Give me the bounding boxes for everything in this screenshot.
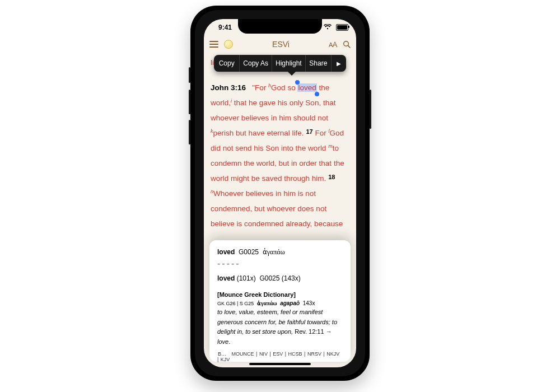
verse-text: perish but have eternal life. [213, 129, 304, 137]
home-indicator[interactable] [249, 363, 311, 365]
callout-share[interactable]: Share [306, 55, 332, 72]
divider: ----- [217, 259, 343, 269]
lexicon-codes: GK G26 | S G25 ἀγαπάω agapaō 143x [217, 300, 343, 306]
phone-frame: 9:41 [190, 6, 370, 381]
battery-icon [336, 24, 348, 31]
translation-title[interactable]: ESVi [272, 40, 290, 49]
mute-switch [189, 67, 190, 83]
callout-copy-as[interactable]: Copy As [240, 55, 272, 72]
footnote-marker[interactable]: m [328, 143, 333, 149]
callout-copy[interactable]: Copy [214, 55, 240, 72]
lookup-panel: loved G0025 ἀγαπάω ----- loved (101x) G0… [209, 240, 351, 362]
callout-more-icon[interactable]: ▶ [332, 55, 346, 72]
app-header: ESVi AA [204, 36, 356, 53]
verse-text: "For [252, 83, 268, 92]
footnote-marker[interactable]: i [231, 98, 232, 104]
search-icon[interactable] [343, 40, 351, 48]
verse-text: For [315, 129, 328, 137]
menu-icon[interactable] [209, 41, 218, 48]
verse-reference[interactable]: John 3:16 [211, 83, 246, 92]
selection-callout: Copy Copy As Highlight Share ▶ [214, 55, 346, 72]
verse-text: Whoever believes in him is not condemned… [211, 189, 343, 228]
status-time: 9:41 [218, 24, 232, 31]
wifi-icon [324, 24, 332, 31]
svg-line-1 [348, 45, 350, 48]
power-button [370, 90, 371, 129]
selected-word[interactable]: loved [297, 83, 316, 92]
verse-text: God so [271, 83, 297, 92]
verse-number-17: 17 [306, 128, 312, 135]
lookup-counts: loved (101x) G0025 (143x) [217, 274, 343, 282]
volume-up [189, 90, 190, 114]
verse-number-18: 18 [328, 174, 335, 180]
source-translations: B… MOUNCE | NIV | ESV | HCSB | NRSV | NK… [217, 351, 343, 362]
theme-dot-icon[interactable] [224, 40, 233, 49]
notch [238, 19, 322, 34]
verse-content[interactable]: lifted up, 15 that whoever believes fin … [204, 53, 356, 231]
lookup-header: loved G0025 ἀγαπάω [217, 248, 343, 256]
callout-highlight[interactable]: Highlight [272, 55, 306, 72]
volume-down [189, 120, 190, 144]
definition-text: to love, value, esteem, feel or manifest… [217, 307, 343, 347]
font-size-button[interactable]: AA [329, 40, 337, 49]
screen: 9:41 [204, 19, 356, 367]
dictionary-label: [Mounce Greek Dictionary] [217, 291, 343, 298]
